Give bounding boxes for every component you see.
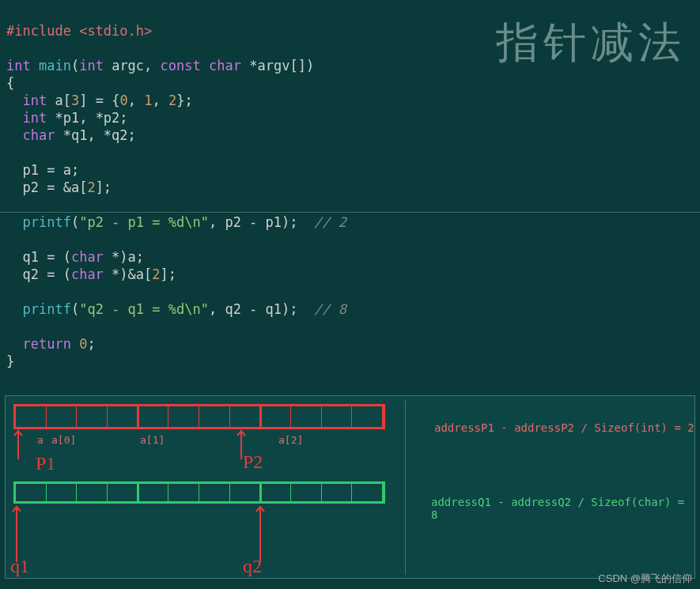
- v2: 2: [168, 93, 176, 108]
- a2-label: a[2]: [278, 434, 303, 446]
- byte-cell: [47, 406, 78, 427]
- desc-int: addressP1 - addressP2 / Sizeof(int) = 2: [434, 421, 694, 434]
- q2-rest: *)&a[: [104, 266, 152, 282]
- byte-cell: [260, 484, 291, 501]
- paren-open: (: [71, 58, 79, 74]
- byte-cell: [168, 484, 199, 501]
- byte-cell: [138, 484, 169, 501]
- ret-val: 0: [79, 336, 87, 352]
- arg-argv: *argv[]: [249, 58, 306, 74]
- arrow-p1: [12, 429, 28, 461]
- char-kw: char: [22, 127, 55, 143]
- comma: ,: [144, 58, 160, 74]
- brace-close: }: [6, 353, 14, 369]
- byte-cell: [168, 406, 199, 427]
- paren-close: ): [306, 58, 314, 74]
- p1-hand: P1: [36, 453, 55, 474]
- char-cast1: char: [71, 249, 104, 265]
- decl-p1p2: *p1, *p2: [55, 110, 119, 126]
- semi2: ;: [119, 110, 127, 126]
- v1: 1: [144, 93, 152, 108]
- byte-cell: [230, 406, 261, 427]
- str-q: "q2 - q1 = %d\n": [79, 301, 209, 317]
- desc-char: addressQ1 - addressQ2 / Sizeof(char) = 8: [431, 496, 694, 521]
- semi4: ;: [87, 336, 95, 352]
- byte-cell: [16, 484, 47, 501]
- arr-open: [: [63, 93, 71, 108]
- a1-label: a[1]: [140, 434, 165, 446]
- int-array-row: [13, 404, 385, 429]
- decl-a: a: [55, 93, 62, 108]
- int-group-div: [137, 404, 139, 429]
- brace-open: {: [6, 75, 14, 91]
- byte-cell: [199, 484, 230, 501]
- byte-cell: [16, 406, 47, 427]
- q1-rest: *)a;: [104, 249, 144, 265]
- printf1: printf: [22, 214, 70, 230]
- arg-argc: argc: [112, 58, 144, 74]
- decl-int: int: [22, 93, 47, 108]
- vertical-divider: [405, 399, 406, 575]
- a0-label: a[0]: [51, 434, 76, 446]
- include-hdr: <stdio.h>: [79, 23, 152, 39]
- byte-cell: [77, 406, 108, 427]
- q2-idx: 2: [152, 266, 160, 282]
- byte-cell: [199, 406, 230, 427]
- printf2: printf: [22, 301, 70, 317]
- byte-cell: [322, 406, 353, 427]
- arg-const: const: [161, 58, 201, 74]
- arg-int: int: [79, 58, 104, 74]
- byte-cell: [352, 484, 383, 501]
- args-p: , p2 - p1);: [209, 214, 298, 230]
- byte-cell: [352, 406, 383, 427]
- eq: =: [87, 93, 112, 108]
- init-close: }: [176, 93, 184, 108]
- cursor-line: [0, 212, 700, 213]
- byte-cell: [47, 484, 78, 501]
- decl-int2: int: [22, 110, 47, 126]
- cmt-2: // 2: [314, 214, 346, 230]
- byte-cell: [138, 406, 169, 427]
- q2-end: ];: [161, 266, 176, 282]
- byte-cell: [291, 484, 322, 501]
- p2-prefix: p2 = &a[: [22, 179, 87, 195]
- decl-q1q2: *q1, *q2: [63, 127, 128, 143]
- return-kw: return: [22, 336, 70, 352]
- main-type: int: [6, 58, 31, 74]
- char-group-div: [137, 481, 139, 504]
- byte-cell: [108, 484, 138, 501]
- diagram-panel: a a[0] a[1] a[2] P1 P2 q1 q2 add: [5, 395, 695, 579]
- str-p: "p2 - p1 = %d\n": [79, 214, 209, 230]
- char-array-row: [13, 481, 385, 504]
- watermark: CSDN @腾飞的信仰: [598, 572, 692, 586]
- title-chinese: 指针减法: [496, 14, 686, 72]
- arr-size: 3: [71, 93, 79, 108]
- main-fn: main: [39, 58, 71, 74]
- p1-assign: p1 = a;: [22, 162, 79, 178]
- arrow-q2: [254, 505, 270, 564]
- cmt-8: // 8: [314, 301, 346, 317]
- semi3: ;: [128, 127, 136, 143]
- char-cast2: char: [71, 266, 104, 282]
- int-group-div: [259, 404, 262, 429]
- byte-cell: [108, 406, 138, 427]
- byte-cell: [77, 484, 108, 501]
- arg-char: char: [209, 58, 241, 74]
- q2-hand: q2: [243, 556, 262, 577]
- q2-cast: q2 = (: [22, 266, 70, 282]
- q1-cast: q1 = (: [22, 249, 70, 265]
- byte-cell: [260, 406, 291, 427]
- p2-suffix: ];: [96, 179, 112, 195]
- a-label: a: [37, 434, 44, 446]
- p2-hand: P2: [243, 451, 263, 473]
- include-kw: #include: [6, 23, 71, 39]
- p2-idx: 2: [87, 179, 95, 195]
- arr-close: ]: [79, 93, 87, 108]
- init-open: {: [112, 93, 119, 108]
- semi: ;: [184, 93, 192, 108]
- v0: 0: [119, 93, 127, 108]
- arrow-q1: [10, 505, 26, 564]
- char-group-div: [259, 481, 262, 504]
- args-q: , q2 - q1);: [209, 301, 298, 317]
- byte-cell: [230, 484, 261, 501]
